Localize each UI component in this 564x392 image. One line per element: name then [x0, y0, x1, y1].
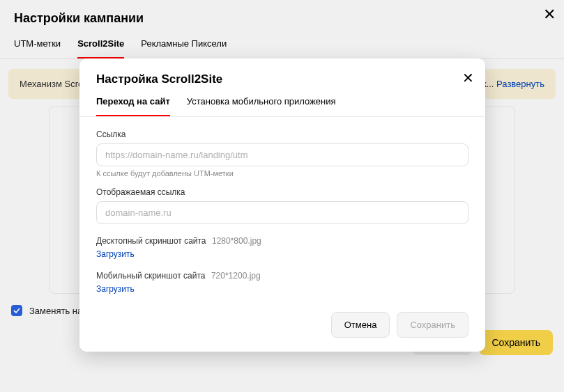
modal-save-button[interactable]: Сохранить: [397, 312, 468, 338]
mobile-shot-upload-link[interactable]: Загрузить: [96, 284, 468, 294]
display-link-input[interactable]: [96, 201, 468, 224]
link-input[interactable]: [96, 143, 468, 166]
modal-close-icon[interactable]: ✕: [462, 70, 474, 86]
display-link-label: Отображаемая ссылка: [96, 187, 468, 197]
mobile-shot-label: Мобильный скриншот сайта: [96, 271, 205, 281]
modal-tab-app[interactable]: Установка мобильного приложения: [187, 96, 336, 116]
desktop-shot-upload-link[interactable]: Загрузить: [96, 249, 468, 259]
link-label: Ссылка: [96, 130, 468, 139]
link-hint: К ссылке будут добавлены UTM-метки: [96, 169, 468, 178]
mobile-shot-dim: 720*1200.jpg: [211, 271, 261, 281]
desktop-shot-dim: 1280*800.jpg: [212, 236, 261, 246]
modal-cancel-button[interactable]: Отмена: [331, 312, 390, 338]
modal-tabs: Переход на сайт Установка мобильного при…: [79, 92, 485, 117]
modal-tab-site[interactable]: Переход на сайт: [96, 96, 170, 116]
desktop-shot-label: Десктопный скриншот сайта: [96, 236, 206, 246]
modal-title: Настройка Scroll2Site: [96, 72, 468, 86]
scroll2site-modal: Настройка Scroll2Site ✕ Переход на сайт …: [79, 58, 485, 352]
